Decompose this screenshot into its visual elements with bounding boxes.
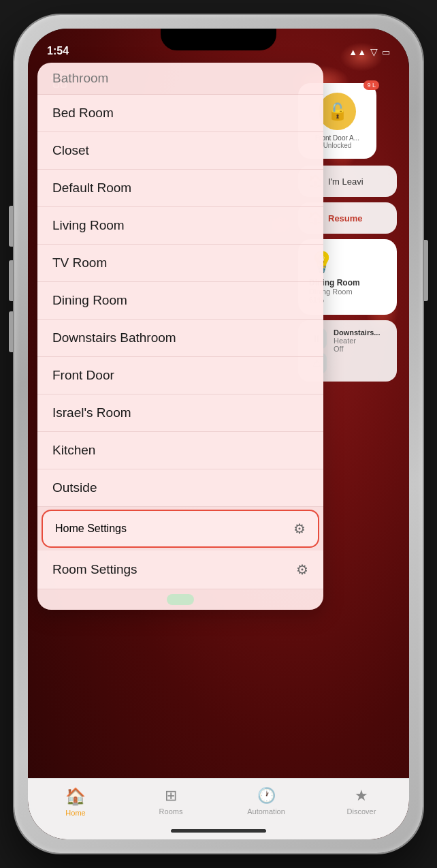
tab-automation[interactable]: 🕐 Automation [218, 787, 314, 816]
dining-room-label: Dining Room [52, 293, 127, 308]
menu-item-kitchen[interactable]: Kitchen [37, 432, 323, 469]
tv-room-label: TV Room [52, 255, 107, 270]
menu-item-living-room[interactable]: Living Room [37, 207, 323, 245]
downstairs-bathroom-label: Downstairs Bathroom [52, 330, 176, 345]
phone-inner: 1:54 ▲▲ ▽ ▭ 🔓 Front Door A... Un [28, 29, 409, 839]
heater-status: Off [334, 345, 380, 353]
israels-room-label: Israel's Room [52, 405, 131, 420]
screen: 1:54 ▲▲ ▽ ▭ 🔓 Front Door A... Un [28, 29, 409, 839]
closet-label: Closet [52, 143, 89, 158]
battery-icon: ▭ [382, 47, 390, 57]
resume-label: Resume [328, 213, 363, 223]
discover-tab-label: Discover [347, 807, 376, 816]
menu-item-dining-room[interactable]: Dining Room [37, 282, 323, 320]
menu-item-outside[interactable]: Outside [37, 469, 323, 507]
home-settings-label: Home Settings [55, 523, 127, 535]
status-time: 1:54 [47, 45, 69, 57]
menu-bottom-hint [37, 589, 323, 610]
home-indicator [171, 829, 266, 833]
room-settings-label: Room Settings [52, 562, 137, 577]
notch [161, 29, 276, 50]
tab-home[interactable]: 🏠 Home [28, 787, 123, 817]
menu-item-israels-room[interactable]: Israel's Room [37, 394, 323, 432]
automation-tab-icon: 🕐 [257, 787, 276, 805]
signal-icon: ▲▲ [349, 47, 366, 57]
default-room-label: Default Room [52, 181, 131, 196]
heater-name: Downstairs... [334, 328, 380, 337]
automation-tab-label: Automation [247, 807, 285, 816]
discover-tab-icon: ★ [355, 787, 368, 805]
menu-item-default-room[interactable]: Default Room [37, 170, 323, 207]
lock-icon: 🔓 [319, 93, 356, 130]
tab-discover[interactable]: ★ Discover [314, 787, 409, 816]
bed-room-label: Bed Room [52, 106, 114, 121]
room-settings-icon: ⚙ [296, 561, 308, 578]
rooms-tab-icon: ⊞ [165, 787, 177, 805]
leaving-label: I'm Leavi [328, 176, 363, 187]
menu-item-room-settings[interactable]: Room Settings ⚙ [37, 551, 323, 589]
menu-item-closet[interactable]: Closet [37, 132, 323, 170]
phone-frame: 1:54 ▲▲ ▽ ▭ 🔓 Front Door A... Un [14, 15, 423, 853]
heater-device: Heater [334, 337, 380, 345]
status-icons: ▲▲ ▽ ▭ [349, 46, 390, 57]
lock-badge: 9 L [363, 80, 379, 90]
menu-item-bathroom-partial[interactable]: Bathroom [37, 63, 323, 95]
rooms-tab-label: Rooms [159, 807, 183, 816]
hint-bar [167, 594, 194, 605]
home-settings-icon: ⚙ [293, 521, 306, 537]
dropdown-menu: Bathroom Bed Room Closet Default Room Li… [37, 63, 323, 610]
home-tab-label: Home [65, 809, 85, 817]
wifi-icon: ▽ [370, 46, 378, 57]
outside-label: Outside [52, 480, 97, 495]
menu-item-home-settings[interactable]: Home Settings ⚙ [42, 510, 319, 548]
kitchen-label: Kitchen [52, 443, 95, 458]
tab-rooms[interactable]: ⊞ Rooms [123, 787, 218, 816]
menu-item-downstairs-bathroom[interactable]: Downstairs Bathroom [37, 320, 323, 357]
home-tab-icon: 🏠 [65, 787, 86, 806]
menu-item-tv-room[interactable]: TV Room [37, 245, 323, 282]
living-room-label: Living Room [52, 218, 125, 233]
front-door-label: Front Door [52, 368, 114, 383]
menu-item-bed-room[interactable]: Bed Room [37, 95, 323, 132]
menu-item-front-door[interactable]: Front Door [37, 357, 323, 394]
